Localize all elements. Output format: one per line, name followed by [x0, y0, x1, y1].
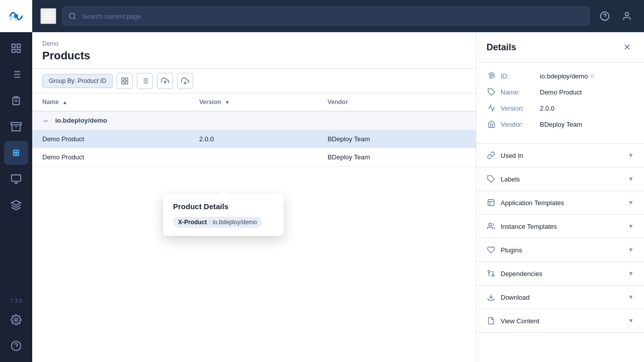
application-templates-header[interactable]: Application Templates ▼ — [476, 191, 644, 214]
tooltip-title: Product Details — [173, 202, 274, 211]
toolbar: Group By: Product ID — [32, 69, 476, 94]
details-close-button[interactable]: ✕ — [620, 40, 634, 54]
cell-name: Demo Product — [32, 148, 189, 166]
instance-template-icon — [487, 222, 496, 231]
sidebar-item-settings[interactable] — [4, 308, 28, 332]
detail-row-version: Version: 2.0.0 — [487, 103, 634, 113]
svg-rect-35 — [125, 78, 128, 80]
search-icon — [68, 12, 76, 20]
details-header: Details ✕ — [476, 32, 644, 63]
topbar-actions — [596, 7, 636, 25]
svg-rect-19 — [12, 175, 21, 182]
table-area: Name ▲ Version ▼ Vendor — [32, 94, 476, 362]
col-header-version[interactable]: Version ▼ — [189, 94, 317, 111]
list-view-button[interactable] — [137, 73, 153, 89]
grid-view-button[interactable] — [117, 73, 133, 89]
sidebar-nav — [4, 32, 28, 294]
cell-version — [189, 148, 317, 166]
svg-point-50 — [492, 275, 494, 277]
sidebar-item-packages[interactable] — [4, 115, 28, 139]
table-row[interactable]: Demo Product BDeploy Team — [32, 148, 476, 166]
detail-value-version: 2.0.0 — [540, 105, 554, 112]
tooltip-arrow — [219, 190, 227, 194]
details-title: Details — [487, 42, 516, 53]
sort-name-icon: ▲ — [62, 100, 67, 105]
sidebar-item-tasks[interactable] — [4, 88, 28, 113]
svg-line-30 — [74, 18, 75, 19]
instance-templates-label: Instance Templates — [501, 223, 557, 230]
plugins-header[interactable]: Plugins ▼ — [476, 238, 644, 261]
labels-chevron-icon: ▼ — [628, 175, 634, 183]
plugins-label: Plugins — [501, 246, 522, 254]
svg-point-51 — [488, 270, 490, 273]
download-header[interactable]: Download ▼ — [476, 286, 644, 309]
details-section-instance-templates: Instance Templates ▼ — [476, 215, 644, 238]
upload-button[interactable] — [157, 73, 173, 89]
dependencies-header[interactable]: Dependencies ▼ — [476, 262, 644, 285]
plugin-icon — [487, 245, 496, 254]
search-input[interactable] — [62, 7, 590, 26]
svg-rect-2 — [12, 44, 15, 47]
svg-rect-48 — [488, 200, 494, 206]
detail-label-id: ID: — [501, 72, 536, 80]
labels-label: Labels — [501, 175, 520, 183]
user-button[interactable] — [618, 7, 636, 25]
content-area: Demo Products Group By: Product ID — [32, 32, 644, 362]
instance-templates-chevron-icon: ▼ — [628, 223, 634, 230]
svg-rect-34 — [122, 78, 124, 80]
col-header-name[interactable]: Name ▲ — [32, 94, 189, 111]
sidebar-item-help[interactable] — [4, 334, 28, 358]
plugins-chevron-icon: ▼ — [628, 246, 634, 253]
detail-row-vendor: Vendor: BDeploy Team — [487, 119, 634, 129]
sidebar-item-list[interactable] — [4, 62, 28, 86]
svg-rect-12 — [15, 97, 18, 99]
labels-header[interactable]: Labels ▼ — [476, 167, 644, 191]
sort-version-icon: ▼ — [225, 100, 230, 105]
search-bar — [62, 7, 590, 26]
app-logo[interactable] — [0, 0, 32, 32]
details-section-download: Download ▼ — [476, 286, 644, 309]
download-icon — [487, 293, 496, 302]
detail-label-name: Name: — [501, 88, 536, 96]
col-header-vendor[interactable]: Vendor — [317, 94, 476, 111]
tooltip-tag-key: X-Product — [178, 219, 207, 226]
product-details-tooltip: Product Details X-Product : io.bdeploy/d… — [163, 194, 284, 236]
group-label: io.bdeploy/demo — [55, 117, 107, 124]
details-section-view-content: View Content ▼ — [476, 309, 644, 333]
details-body: Used In ▼ Labels ▼ — [476, 144, 644, 362]
main-area: Demo Products Group By: Product ID — [32, 0, 644, 362]
detail-label-vendor: Vendor: — [501, 121, 536, 128]
cloud-button[interactable] — [177, 73, 193, 89]
sidebar-item-apps[interactable] — [4, 141, 28, 165]
detail-row-id: ID: io.bdeploy/demo ⧉ — [487, 71, 634, 81]
details-section-plugins: Plugins ▼ — [476, 238, 644, 262]
group-expand-button[interactable] — [42, 118, 49, 125]
version-icon — [487, 103, 497, 113]
svg-point-33 — [625, 13, 629, 16]
used-in-header[interactable]: Used In ▼ — [476, 144, 644, 167]
detail-value-name: Demo Product — [540, 88, 582, 96]
view-content-header[interactable]: View Content ▼ — [476, 309, 644, 332]
instance-templates-header[interactable]: Instance Templates ▼ — [476, 215, 644, 238]
group-by-button[interactable]: Group By: Product ID — [42, 74, 113, 88]
version-label: 7.3.5 — [10, 298, 22, 304]
breadcrumb: Demo — [42, 40, 466, 47]
used-in-label: Used In — [501, 152, 523, 159]
details-section-dependencies: Dependencies ▼ — [476, 262, 644, 286]
copy-id-button[interactable]: ⧉ — [591, 73, 595, 79]
sidebar-bottom: 7.3.5 — [4, 294, 28, 362]
svg-point-18 — [16, 153, 19, 156]
details-fields: ID: io.bdeploy/demo ⧉ Name: Demo Product — [476, 63, 644, 144]
svg-point-29 — [69, 13, 75, 19]
help-button[interactable] — [596, 7, 614, 25]
used-in-chevron-icon: ▼ — [628, 152, 634, 159]
table-row[interactable]: Demo Product 2.0.0 BDeploy Team — [32, 130, 476, 148]
cell-name: Demo Product — [32, 130, 189, 148]
dependency-icon — [487, 269, 496, 278]
menu-button[interactable] — [40, 8, 56, 24]
app-templates-chevron-icon: ▼ — [628, 199, 634, 206]
sidebar-item-versions[interactable] — [4, 193, 28, 217]
sidebar-item-dashboard[interactable] — [4, 36, 28, 60]
details-panel: Details ✕ ID: io.bdeploy/demo ⧉ — [476, 32, 644, 362]
sidebar-item-instances[interactable] — [4, 167, 28, 191]
